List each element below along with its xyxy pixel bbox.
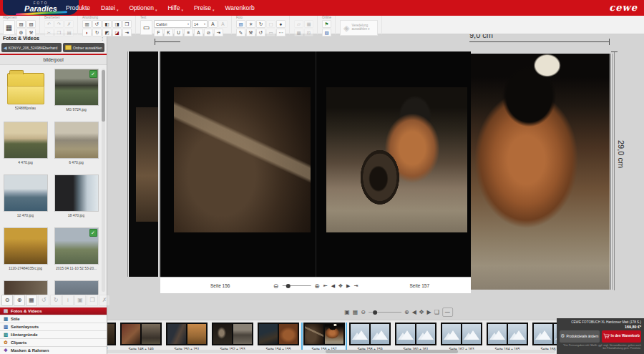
photo-thumbnail[interactable]	[54, 174, 99, 212]
photo-color-icon[interactable]: ☀	[246, 20, 255, 28]
page-preview-icon[interactable]: ❏	[434, 309, 439, 315]
next-spread-icon[interactable]: ▶	[427, 309, 431, 315]
scrollbar-thumb[interactable]	[102, 70, 105, 122]
zoom-out-icon[interactable]: ⊖	[361, 309, 366, 315]
filmstrip-scrollbar[interactable]	[100, 350, 555, 353]
sidebar-scrollbar[interactable]	[102, 69, 105, 292]
distribute-icon[interactable]: ⇥	[122, 29, 132, 36]
new-photobook-icon[interactable]: ▨	[16, 20, 26, 28]
prev-page-icon[interactable]: ◀	[331, 283, 335, 289]
prev-spread-icon[interactable]: ◀	[412, 309, 416, 315]
filmstrip-spread[interactable]: Seite 164 + 165	[487, 323, 528, 352]
menu-optionen[interactable]: Optionen▾	[129, 4, 157, 11]
photo-cell[interactable]	[1, 280, 49, 295]
filmstrip-spread[interactable]: Seite 152 + 153	[212, 323, 253, 352]
assistant-icon[interactable]: ⚒	[26, 29, 36, 36]
menu-produkte[interactable]: Produkte	[66, 4, 90, 11]
photo-thumbnail[interactable]	[4, 227, 48, 265]
photo-thumbnail[interactable]: ✓	[54, 69, 99, 106]
photo-cell[interactable]	[52, 280, 100, 295]
slider-thumb[interactable]	[373, 310, 377, 315]
view-grid-icon[interactable]: ▦	[26, 295, 37, 306]
photo-thumbnail[interactable]	[4, 174, 48, 212]
settings-icon[interactable]: ⚙	[16, 29, 26, 36]
text-align-icon[interactable]: ≡	[184, 29, 193, 36]
single-view-icon[interactable]: ▣	[344, 309, 350, 315]
menu-warenkorb[interactable]: Warenkorb	[225, 4, 255, 11]
zoom-in-icon[interactable]: ⊕	[314, 282, 320, 290]
photo-cell[interactable]: 6 470.jpg	[52, 122, 100, 174]
category-masken-rahmen[interactable]: ❖Masken & Rahmen	[0, 346, 107, 354]
insert-photo-icon[interactable]: ▧	[236, 20, 245, 28]
textbox-icon[interactable]: ▭	[140, 20, 152, 35]
filmstrip-spread[interactable]: Seite 158 + 159	[349, 323, 391, 352]
photo-cell[interactable]: ✓2015 04 11-10 52 53-20...	[52, 227, 100, 280]
zoom-out-icon[interactable]: ⊖	[273, 282, 279, 290]
online-share-icon[interactable]: ⚑	[322, 20, 331, 28]
no-style-icon[interactable]: ⊘	[204, 29, 213, 36]
font-bigger-icon[interactable]: A	[208, 20, 218, 28]
photo-bw-icon[interactable]: ●	[276, 20, 286, 28]
finish-select-label[interactable]: Veredelung auswählen ▾	[351, 24, 374, 31]
rotate-right-icon[interactable]: ↻	[92, 29, 102, 36]
text-flow-icon[interactable]: ⇥	[214, 29, 223, 36]
right-page-photo[interactable]	[326, 87, 467, 232]
layer-front-icon[interactable]: ◨	[112, 20, 122, 28]
photo-cell[interactable]: 18 470.jpg	[52, 174, 100, 227]
category-fotos-videos[interactable]: ▤Fotos & Videos	[0, 307, 107, 315]
group-icon[interactable]: ❐	[122, 20, 132, 28]
filmstrip-spread[interactable]: Seite 160 + 161	[395, 323, 436, 352]
rotate-left-icon[interactable]: ↺	[92, 20, 102, 28]
filmstrip-spread[interactable]: Seite 156 + 157	[303, 323, 345, 352]
next-page-icon[interactable]: ▶	[346, 283, 350, 289]
collapse-strip-icon[interactable]: —	[442, 308, 453, 317]
filmstrip-spread[interactable]: Seite 166 + 167	[532, 323, 557, 352]
book-spread[interactable]	[160, 51, 471, 277]
photo-more-icon[interactable]: ⋯	[276, 29, 286, 36]
left-page-photo[interactable]	[174, 87, 311, 232]
menu-hilfe[interactable]: Hilfe▾	[167, 4, 183, 11]
zoom-in-icon[interactable]: ⊕	[14, 295, 25, 306]
filmstrip-spread[interactable]: Seite 150 + 151	[166, 323, 208, 352]
folder-thumbnail[interactable]	[7, 73, 44, 104]
photo-cell[interactable]: 4 470.jpg	[1, 122, 49, 174]
photo-edit-icon[interactable]: ✎	[236, 29, 245, 36]
slider-thumb[interactable]	[286, 284, 290, 288]
choose-folder-button[interactable]: Ordner auswählen	[63, 43, 104, 52]
text-color-icon[interactable]: A	[194, 29, 203, 36]
photo-thumbnail[interactable]	[4, 122, 48, 159]
grid-view-icon[interactable]: ▦	[353, 309, 358, 315]
photo-cell[interactable]: 1120-27484035rc.jpg	[1, 227, 49, 280]
zoom-in-icon[interactable]: ⊕	[404, 309, 409, 315]
fit-spread-icon[interactable]: ✥	[338, 283, 343, 289]
underline-icon[interactable]: U	[174, 29, 183, 36]
magnet-icon[interactable]: ◗	[82, 29, 92, 36]
photo-thumbnail[interactable]: ✓	[54, 227, 99, 265]
filmstrip-spread[interactable]: Seite 148 + 149	[120, 323, 162, 352]
photo-cell[interactable]: ✓MG 9724.jpg	[52, 69, 100, 122]
layer-down-icon[interactable]: ◩	[102, 29, 112, 36]
folder-cell[interactable]: 524886jxslau	[1, 69, 49, 122]
category-hintergr-nde[interactable]: ▨Hintergründe	[0, 330, 107, 338]
menu-preise[interactable]: Preise▾	[194, 4, 215, 11]
italic-icon[interactable]: K	[164, 29, 173, 36]
open-project-icon[interactable]: ▧	[26, 20, 36, 28]
photo-cell[interactable]: 12 470.jpg	[1, 174, 49, 227]
photo-refresh-icon[interactable]: ↻	[256, 20, 265, 28]
last-page-icon[interactable]: ⇥	[353, 283, 358, 289]
zoom-out-icon[interactable]: ⊖	[1, 295, 13, 306]
first-page-icon[interactable]: ⇤	[323, 283, 328, 289]
bold-icon[interactable]: F	[154, 29, 163, 36]
save-icon[interactable]: ▦	[3, 20, 15, 35]
filmstrip-scrollbar-thumb[interactable]	[326, 350, 458, 353]
font-family-select[interactable]: Calibri▾	[154, 20, 191, 28]
photo-thumbnail[interactable]	[54, 122, 99, 159]
folder-back-button[interactable]: ◀ KONYV_206_524984Eberhard	[1, 43, 62, 52]
product-details-button[interactable]: ⚙ Produktdetails ändern	[560, 330, 600, 343]
photo-thumbnail[interactable]	[4, 280, 48, 295]
zoom-slider[interactable]	[282, 285, 311, 286]
sidebar-menu-icon[interactable]: ⋮	[100, 36, 104, 41]
category-seitenlayouts[interactable]: ▥Seitenlayouts	[0, 323, 107, 330]
font-size-select[interactable]: 14▾	[192, 20, 208, 28]
layer-back-icon[interactable]: ◪	[112, 29, 122, 36]
